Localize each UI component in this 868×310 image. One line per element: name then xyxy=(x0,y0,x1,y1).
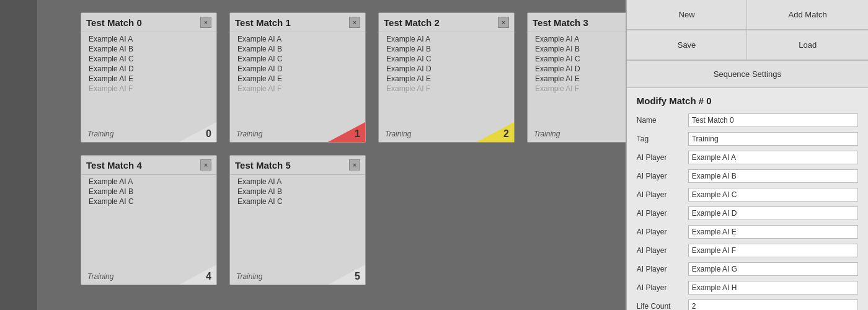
left-panel: Test Match 0×Example AI AExample AI BExa… xyxy=(37,0,626,310)
match-number-5: 5 xyxy=(355,271,360,282)
list-item: Example AI A xyxy=(89,177,209,186)
list-item: Example AI B xyxy=(89,187,209,196)
list-item: Example AI A xyxy=(535,35,626,43)
right-panel: New Add Match Save Load Sequence Setting… xyxy=(626,0,868,310)
ai-player-row-2: AI Player xyxy=(637,188,858,202)
ai-player-input-7[interactable] xyxy=(688,281,858,294)
match-card-0[interactable]: Test Match 0×Example AI AExample AI BExa… xyxy=(81,12,217,143)
list-item: Example AI E xyxy=(237,74,358,83)
new-button[interactable]: New xyxy=(627,0,748,30)
ai-player-label-3: AI Player xyxy=(637,209,683,218)
ai-player-row-7: AI Player xyxy=(637,281,858,294)
sequence-settings-button[interactable]: Sequence Settings xyxy=(627,61,868,88)
match-tag-4: Training xyxy=(87,272,113,281)
match-title-0: Test Match 0 xyxy=(86,17,142,28)
match-card-3[interactable]: Test Match 3×Example AI AExample AI BExa… xyxy=(527,12,626,143)
load-button[interactable]: Load xyxy=(747,30,868,60)
second-buttons-row: Save Load xyxy=(627,30,868,61)
life-count-label: Life Count xyxy=(637,302,683,310)
matches-grid: Test Match 0×Example AI AExample AI BExa… xyxy=(81,12,613,285)
ai-player-label-2: AI Player xyxy=(637,190,683,199)
list-item: Example AI D xyxy=(535,64,626,73)
list-item: Example AI B xyxy=(386,45,507,53)
list-item: Example AI C xyxy=(386,55,507,63)
list-item: Example AI B xyxy=(535,45,626,53)
ai-player-label-4: AI Player xyxy=(637,228,683,236)
list-item: Example AI F xyxy=(89,84,209,93)
ai-player-row-4: AI Player xyxy=(637,225,858,239)
match-number-1: 1 xyxy=(355,128,360,140)
list-item: Example AI B xyxy=(237,45,358,53)
list-item: Example AI C xyxy=(89,197,209,206)
match-footer-2: Training2 xyxy=(379,122,514,142)
modify-title: Modify Match # 0 xyxy=(637,95,858,106)
name-input[interactable] xyxy=(688,113,858,127)
list-item: Example AI A xyxy=(386,35,507,43)
match-tag-5: Training xyxy=(236,272,262,281)
ai-player-input-0[interactable] xyxy=(688,151,858,164)
list-item: Example AI E xyxy=(535,74,626,83)
match-title-2: Test Match 2 xyxy=(384,17,440,28)
match-title-4: Test Match 4 xyxy=(86,160,142,170)
match-title-1: Test Match 1 xyxy=(235,17,291,28)
match-close-5[interactable]: × xyxy=(349,159,360,170)
name-field-row: Name xyxy=(637,113,858,127)
top-buttons-row: New Add Match xyxy=(627,0,868,30)
ai-player-label-6: AI Player xyxy=(637,265,683,273)
ai-player-row-5: AI Player xyxy=(637,244,858,257)
match-players-0: Example AI AExample AI BExample AI CExam… xyxy=(81,32,216,122)
list-item: Example AI F xyxy=(237,84,358,93)
match-players-2: Example AI AExample AI BExample AI CExam… xyxy=(379,32,514,122)
name-label: Name xyxy=(637,116,683,125)
match-footer-4: Training4 xyxy=(81,265,216,285)
list-item: Example AI D xyxy=(237,64,358,73)
list-item: Example AI D xyxy=(386,64,507,73)
match-close-0[interactable]: × xyxy=(200,17,211,28)
ai-player-input-6[interactable] xyxy=(688,262,858,276)
modify-section: Modify Match # 0 Name Tag AI PlayerAI Pl… xyxy=(627,88,868,310)
ai-player-fields: AI PlayerAI PlayerAI PlayerAI PlayerAI P… xyxy=(637,151,858,294)
match-card-2[interactable]: Test Match 2×Example AI AExample AI BExa… xyxy=(378,12,515,143)
match-footer-5: Training5 xyxy=(230,265,365,285)
match-card-1[interactable]: Test Match 1×Example AI AExample AI BExa… xyxy=(229,12,366,143)
list-item: Example AI C xyxy=(237,197,358,206)
list-item: Example AI A xyxy=(237,35,358,43)
match-close-2[interactable]: × xyxy=(498,17,509,28)
add-match-button[interactable]: Add Match xyxy=(747,0,868,30)
list-item: Example AI E xyxy=(386,74,507,83)
tag-field-row: Tag xyxy=(637,132,858,146)
match-tag-1: Training xyxy=(236,130,262,138)
left-strip xyxy=(0,0,37,310)
ai-player-input-4[interactable] xyxy=(688,225,858,239)
match-title-5: Test Match 5 xyxy=(235,160,291,170)
ai-player-label-1: AI Player xyxy=(637,172,683,180)
life-count-input[interactable] xyxy=(688,299,858,310)
match-card-4[interactable]: Test Match 4×Example AI AExample AI BExa… xyxy=(81,155,217,285)
ai-player-input-2[interactable] xyxy=(688,188,858,202)
ai-player-input-3[interactable] xyxy=(688,206,858,220)
list-item: Example AI C xyxy=(237,55,358,63)
list-item: Example AI C xyxy=(89,55,209,63)
match-players-5: Example AI AExample AI BExample AI C xyxy=(230,175,365,265)
list-item: Example AI D xyxy=(89,64,209,73)
ai-player-label-7: AI Player xyxy=(637,283,683,292)
ai-player-input-1[interactable] xyxy=(688,169,858,183)
match-card-5[interactable]: Test Match 5×Example AI AExample AI BExa… xyxy=(229,155,366,285)
save-button[interactable]: Save xyxy=(627,30,748,60)
list-item: Example AI F xyxy=(535,84,626,93)
match-close-1[interactable]: × xyxy=(349,17,360,28)
ai-player-label-5: AI Player xyxy=(637,246,683,255)
match-players-1: Example AI AExample AI BExample AI CExam… xyxy=(230,32,365,122)
tag-label: Tag xyxy=(637,135,683,143)
list-item: Example AI A xyxy=(89,35,209,43)
match-number-4: 4 xyxy=(206,271,211,282)
ai-player-row-1: AI Player xyxy=(637,169,858,183)
match-number-2: 2 xyxy=(503,128,509,140)
match-number-0: 0 xyxy=(206,128,211,140)
list-item: Example AI B xyxy=(89,45,209,53)
ai-player-label-0: AI Player xyxy=(637,153,683,162)
tag-input[interactable] xyxy=(688,132,858,146)
list-item: Example AI C xyxy=(535,55,626,63)
ai-player-input-5[interactable] xyxy=(688,244,858,257)
match-close-4[interactable]: × xyxy=(200,159,211,170)
